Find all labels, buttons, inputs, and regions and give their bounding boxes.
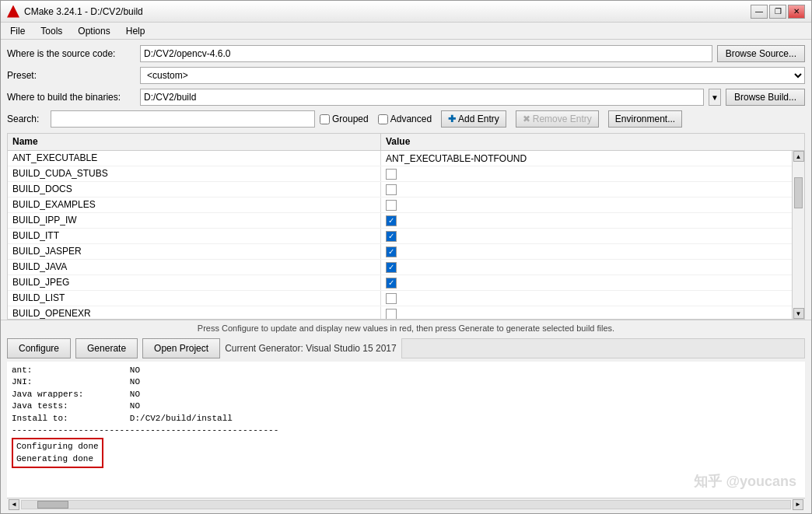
- add-entry-button[interactable]: ✚ Add Entry: [441, 110, 506, 128]
- source-label: Where is the source code:: [7, 48, 135, 59]
- environment-button[interactable]: Environment...: [608, 110, 682, 128]
- remove-entry-label: Remove Entry: [533, 114, 592, 124]
- output-section: ant: NOJNI: NOJava wrappers: NOJava test…: [7, 362, 805, 510]
- table-row[interactable]: BUILD_OPENEXR: [8, 306, 792, 319]
- menu-bar: File Tools Options Help: [1, 23, 811, 40]
- title-bar: CMake 3.24.1 - D:/CV2/build — ❐ ✕: [1, 1, 811, 23]
- table-row[interactable]: BUILD_ITT: [8, 229, 792, 244]
- table-row[interactable]: BUILD_EXAMPLES: [8, 198, 792, 213]
- output-line: ----------------------------------------…: [12, 425, 800, 436]
- table-row[interactable]: BUILD_DOCS: [8, 182, 792, 198]
- output-highlighted-block: Configuring doneGenerating done: [12, 438, 103, 468]
- build-label: Where to build the binaries:: [7, 92, 135, 103]
- table-cell-value: [381, 213, 792, 228]
- remove-entry-button[interactable]: ✖ Remove Entry: [516, 110, 599, 128]
- table-row[interactable]: BUILD_JAVA: [8, 260, 792, 275]
- table-checkbox[interactable]: [386, 278, 397, 288]
- table-checkbox[interactable]: [386, 215, 397, 226]
- horizontal-scrollbar: ◄ ►: [7, 498, 805, 510]
- table-row[interactable]: ANT_EXECUTABLEANT_EXECUTABLE-NOTFOUND: [8, 151, 792, 166]
- scroll-down-arrow[interactable]: ▼: [793, 308, 804, 319]
- table-cell-name: ANT_EXECUTABLE: [8, 151, 381, 166]
- table-checkbox[interactable]: [386, 309, 397, 320]
- menu-tools[interactable]: Tools: [34, 24, 68, 37]
- configure-button[interactable]: Configure: [7, 338, 71, 358]
- table-checkbox[interactable]: [386, 231, 397, 242]
- output-line: Generating done: [16, 453, 99, 465]
- table-cell-value: [381, 198, 792, 212]
- scroll-handle: [37, 501, 68, 509]
- scroll-track[interactable]: [21, 500, 791, 509]
- table-cell-name: BUILD_OPENEXR: [8, 306, 381, 319]
- table-cell-name: BUILD_JASPER: [8, 244, 381, 259]
- search-input[interactable]: [51, 110, 315, 128]
- table-cell-name: BUILD_IPP_IW: [8, 213, 381, 228]
- grouped-checkbox[interactable]: [320, 114, 330, 124]
- table-cell-name: BUILD_CUDA_STUBS: [8, 166, 381, 181]
- table-scrollbar[interactable]: ▲ ▼: [792, 151, 804, 319]
- table-header: Name Value: [8, 134, 804, 151]
- generate-button[interactable]: Generate: [75, 338, 138, 358]
- table-cell-value: [381, 244, 792, 259]
- preset-select[interactable]: <custom>: [140, 67, 805, 84]
- output-line: Install to: D:/CV2/build/install: [12, 413, 800, 425]
- table-wrapper: ANT_EXECUTABLEANT_EXECUTABLE-NOTFOUNDBUI…: [8, 151, 804, 319]
- table-checkbox[interactable]: [386, 262, 397, 273]
- title-buttons: — ❐ ✕: [751, 5, 805, 19]
- table-cell-name: BUILD_LIST: [8, 291, 381, 306]
- table-checkbox[interactable]: [386, 184, 397, 195]
- table-checkbox[interactable]: [386, 169, 397, 180]
- advanced-label: Advanced: [390, 114, 432, 124]
- table-container: Name Value ANT_EXECUTABLEANT_EXECUTABLE-…: [7, 133, 805, 320]
- source-input[interactable]: [140, 45, 712, 62]
- search-row: Search: Grouped Advanced ✚ Add Entry ✖ R…: [7, 110, 805, 128]
- table-row[interactable]: BUILD_LIST: [8, 291, 792, 306]
- button-row: Configure Generate Open Project Current …: [1, 335, 811, 362]
- advanced-checkbox[interactable]: [378, 114, 388, 124]
- remove-icon: ✖: [523, 114, 530, 124]
- table-cell-name: BUILD_ITT: [8, 229, 381, 243]
- table-checkbox[interactable]: [386, 200, 397, 211]
- open-project-button[interactable]: Open Project: [142, 338, 220, 358]
- table-cell-name: BUILD_EXAMPLES: [8, 198, 381, 212]
- menu-help[interactable]: Help: [120, 24, 152, 37]
- table-row[interactable]: BUILD_IPP_IW: [8, 213, 792, 229]
- table-row[interactable]: BUILD_JPEG: [8, 275, 792, 291]
- table-cell-value: ANT_EXECUTABLE-NOTFOUND: [381, 151, 792, 166]
- maximize-button[interactable]: ❐: [769, 5, 786, 19]
- advanced-checkbox-label[interactable]: Advanced: [378, 114, 432, 124]
- browse-build-button[interactable]: Browse Build...: [726, 89, 805, 106]
- bottom-spacer: [1, 510, 811, 513]
- header-value: Value: [381, 134, 804, 150]
- table-row[interactable]: BUILD_CUDA_STUBS: [8, 166, 792, 182]
- scroll-left-arrow[interactable]: ◄: [9, 499, 19, 510]
- grouped-checkbox-label[interactable]: Grouped: [320, 114, 369, 124]
- build-row: Where to build the binaries: ▼ Browse Bu…: [7, 88, 805, 107]
- table-cell-value: [381, 306, 792, 319]
- table-cell-value: [381, 229, 792, 243]
- table-cell-value: [381, 182, 792, 197]
- scroll-right-arrow[interactable]: ►: [793, 499, 803, 510]
- header-name: Name: [8, 134, 381, 150]
- close-button[interactable]: ✕: [788, 5, 805, 19]
- build-dropdown-arrow[interactable]: ▼: [709, 89, 721, 106]
- browse-source-button[interactable]: Browse Source...: [717, 45, 805, 62]
- table-body: ANT_EXECUTABLEANT_EXECUTABLE-NOTFOUNDBUI…: [8, 151, 792, 319]
- table-row[interactable]: BUILD_JASPER: [8, 244, 792, 260]
- menu-file[interactable]: File: [4, 24, 31, 37]
- form-area: Where is the source code: Browse Source.…: [1, 40, 811, 133]
- add-entry-label: Add Entry: [458, 114, 499, 124]
- plus-icon: ✚: [448, 114, 456, 124]
- build-input[interactable]: [140, 89, 704, 106]
- grouped-label: Grouped: [332, 114, 369, 124]
- table-checkbox[interactable]: [386, 247, 397, 257]
- scroll-up-arrow[interactable]: ▲: [793, 151, 804, 162]
- table-cell-value: [381, 291, 792, 306]
- minimize-button[interactable]: —: [751, 5, 768, 19]
- table-cell-value: [381, 275, 792, 290]
- watermark: 知乎 @youcans: [694, 472, 796, 491]
- checkbox-group: Grouped Advanced ✚ Add Entry ✖ Remove En…: [320, 110, 805, 128]
- table-checkbox[interactable]: [386, 293, 397, 304]
- search-label: Search:: [7, 114, 46, 124]
- menu-options[interactable]: Options: [72, 24, 116, 37]
